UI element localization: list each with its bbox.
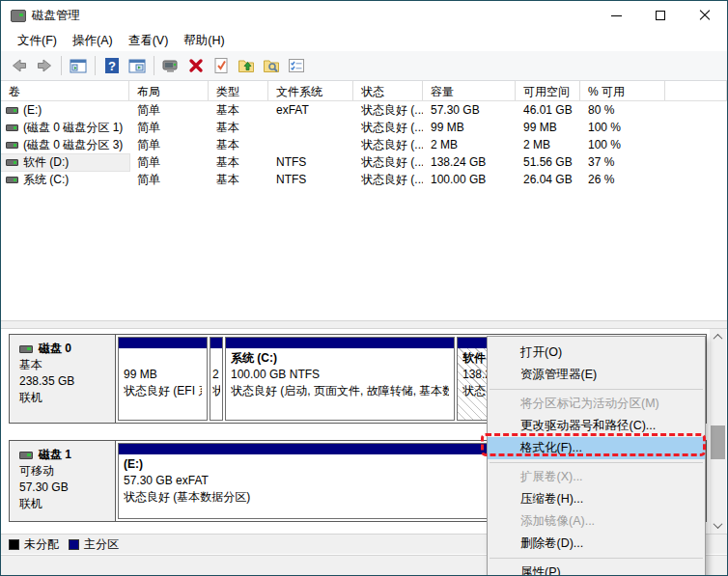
red-x-icon [186, 56, 206, 75]
menu-separator [490, 389, 703, 390]
primary-partition-strip [210, 338, 222, 348]
menu-item-explorer[interactable]: 资源管理器(E) [488, 364, 705, 386]
menu-help[interactable]: 帮助(H) [176, 31, 232, 51]
volume-row-partition1[interactable]: (磁盘 0 磁盘分区 1) 简单 基本 状态良好 (... 99 MB 99 M… [1, 119, 727, 136]
scroll-up-button[interactable] [710, 329, 726, 345]
minimize-button[interactable] [594, 1, 638, 30]
volume-name: (磁盘 0 磁盘分区 3) [23, 137, 123, 153]
help-button[interactable]: ? [100, 54, 124, 77]
menu-file[interactable]: 文件(F) [10, 31, 65, 51]
volume-status: 状态良好 (... [353, 120, 423, 136]
maximize-button[interactable] [638, 1, 683, 30]
volume-row-e[interactable]: (E:) 简单 基本 exFAT 状态良好 (... 57.30 GB 46.0… [1, 101, 727, 119]
legend-label: 未分配 [24, 536, 59, 553]
partition-title [124, 350, 202, 367]
folder-search-button[interactable] [260, 54, 283, 77]
unallocated-swatch [9, 539, 19, 550]
volume-layout: 简单 [129, 172, 209, 188]
volume-pct-free: 100 % [580, 121, 665, 134]
menu-view[interactable]: 查看(V) [121, 31, 177, 51]
menu-item-add-mirror: 添加镜像(A)... [488, 510, 705, 533]
partition-state: 状态良好 (EFI 系 [124, 383, 202, 399]
volume-name: 软件 (D:) [23, 154, 69, 171]
menu-action[interactable]: 操作(A) [65, 31, 121, 51]
title-bar: 磁盘管理 [1, 1, 727, 30]
folder-up-button[interactable] [235, 54, 258, 77]
volume-type: 基本 [209, 102, 268, 119]
header-type[interactable]: 类型 [209, 81, 268, 100]
header-free-space[interactable]: 可用空间 [516, 81, 580, 100]
partition-title [212, 350, 220, 367]
partition-state: 状态良好 (启动, 页面文件, 故障转储, 基本数 [231, 383, 449, 399]
disk-0-info[interactable]: 磁盘 0 基本 238.35 GB 联机 [10, 335, 116, 423]
disk-name: 磁盘 1 [39, 447, 71, 463]
checklist-button[interactable] [285, 54, 308, 77]
menu-separator [490, 558, 703, 559]
volume-pct-free: 80 % [580, 103, 665, 117]
header-filesystem[interactable]: 文件系统 [268, 81, 353, 100]
pane-splitter[interactable] [1, 320, 727, 329]
window-controls [594, 1, 727, 30]
scroll-down-button[interactable] [710, 517, 726, 534]
volume-layout: 简单 [129, 137, 209, 153]
disk-name: 磁盘 0 [39, 341, 71, 357]
menu-separator [490, 462, 703, 463]
computer-icon [161, 56, 181, 75]
toolbar-separator [61, 56, 62, 75]
volume-capacity: 100.00 GB [423, 173, 516, 186]
disk-1-info[interactable]: 磁盘 1 可移动 57.30 GB 联机 [10, 441, 116, 521]
volume-type: 基本 [209, 137, 268, 153]
volume-type: 基本 [209, 120, 268, 136]
volume-pct-free: 26 % [580, 173, 665, 186]
back-button[interactable] [8, 54, 31, 77]
volume-free: 51.56 GB [516, 155, 580, 169]
menu-item-properties[interactable]: 属性(P) [488, 562, 705, 576]
partition-2mb[interactable]: 2 MB 状态良好 [210, 337, 223, 421]
volume-type: 基本 [209, 154, 268, 171]
disk-icon [19, 345, 33, 353]
volume-free: 99 MB [516, 121, 580, 134]
disk-type: 可移动 [19, 463, 115, 480]
header-status[interactable]: 状态 [353, 81, 423, 100]
volume-name: 系统 (C:) [23, 172, 69, 188]
chevron-down-icon [714, 519, 723, 529]
drive-icon [6, 142, 18, 149]
disk-management-window: 磁盘管理 文件(F) 操作(A) 查看(V) 帮助(H) ? [0, 0, 728, 576]
partition-size: 100.00 GB NTFS [231, 367, 449, 383]
header-capacity[interactable]: 容量 [423, 81, 516, 100]
scrollbar-thumb[interactable] [711, 425, 725, 459]
drive-icon [6, 177, 18, 183]
check-document-button[interactable] [210, 54, 233, 77]
header-layout[interactable]: 布局 [129, 81, 209, 100]
volume-status: 状态良好 (... [353, 154, 423, 171]
menu-item-shrink-volume[interactable]: 压缩卷(H)... [488, 488, 705, 510]
partition-c[interactable]: 系统 (C:) 100.00 GB NTFS 状态良好 (启动, 页面文件, 故… [225, 337, 455, 421]
back-arrow-icon [10, 56, 29, 75]
volume-status: 状态良好 (... [353, 172, 423, 188]
volume-fs: NTFS [268, 173, 353, 186]
delete-button[interactable] [184, 54, 208, 77]
partition-efi[interactable]: 99 MB 状态良好 (EFI 系 [118, 337, 208, 421]
partition-state: 状态良好 [212, 383, 220, 399]
toolbar-separator [95, 56, 96, 75]
maximize-icon [656, 11, 665, 20]
forward-button[interactable] [33, 54, 56, 77]
header-percent-free[interactable]: % 可用 [580, 81, 665, 100]
volume-name: (磁盘 0 磁盘分区 1) [23, 120, 123, 136]
volume-row-partition3[interactable]: (磁盘 0 磁盘分区 3) 简单 基本 状态良好 (... 2 MB 2 MB … [1, 136, 727, 153]
show-action-pane-button[interactable] [126, 54, 149, 77]
show-console-tree-button[interactable] [67, 54, 90, 77]
menu-item-extend-volume: 扩展卷(X)... [488, 466, 705, 488]
menu-item-delete-volume[interactable]: 删除卷(D)... [488, 533, 705, 555]
drive-icon [6, 107, 18, 114]
volume-free: 26.04 GB [516, 173, 580, 186]
close-button[interactable] [683, 1, 727, 30]
legend-primary-partition: 主分区 [69, 536, 119, 553]
menu-item-open[interactable]: 打开(O) [488, 342, 705, 364]
computer-button[interactable] [159, 54, 182, 77]
header-filler [665, 81, 727, 100]
volume-row-c[interactable]: 系统 (C:) 简单 基本 NTFS 状态良好 (... 100.00 GB 2… [1, 171, 727, 188]
vertical-scrollbar[interactable] [710, 329, 726, 534]
header-volume[interactable]: 卷 [1, 81, 129, 100]
volume-row-d[interactable]: 软件 (D:) 简单 基本 NTFS 状态良好 (... 138.24 GB 5… [1, 153, 727, 171]
